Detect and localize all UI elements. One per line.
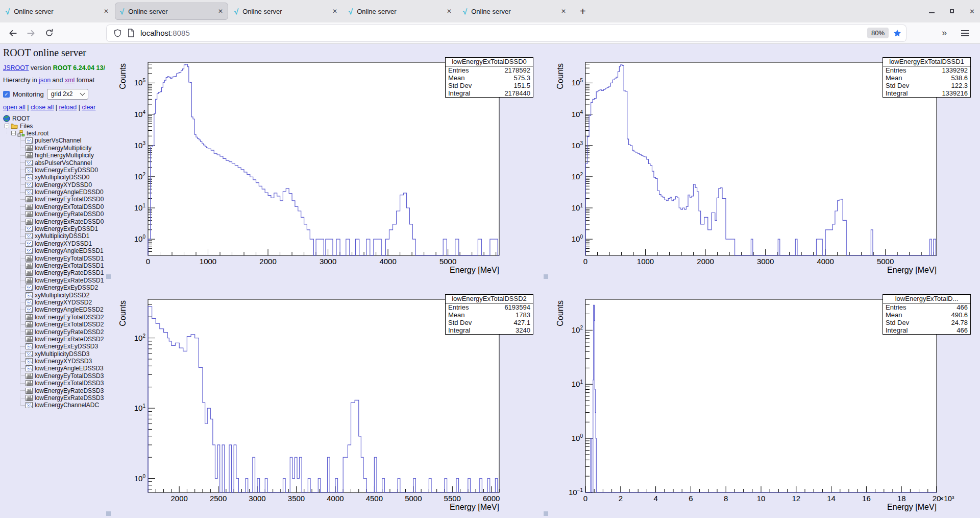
tab-close-icon[interactable]: ✕ — [332, 8, 337, 15]
tab-title: Online server — [128, 8, 215, 15]
tree-item-root[interactable]: ROOT — [3, 115, 105, 122]
tree-item[interactable]: lowEnergyExEyDSSD2 — [3, 284, 105, 291]
canvas-pad[interactable]: 1001011022000250030003500400045005000550… — [105, 281, 542, 518]
tree-item[interactable]: lowEnergyXYDSSD0 — [3, 181, 105, 189]
tree-item[interactable]: xyMultiplicityDSSD2 — [3, 291, 105, 298]
monitoring-checkbox[interactable]: ✓ — [3, 91, 10, 98]
overflow-menu-icon[interactable]: » — [942, 28, 947, 38]
tree-item[interactable]: absPulserVsChannel — [3, 159, 105, 166]
canvas-pad[interactable]: 10−110010110202468101214161820Energy [Me… — [542, 281, 980, 518]
zoom-level-badge[interactable]: 80% — [867, 28, 889, 38]
clear-link[interactable]: clear — [82, 104, 95, 111]
canvas-pad[interactable]: 100101102103104105010002000300040005000E… — [542, 44, 980, 281]
stats-box[interactable]: lowEnergyExTotalD...Entries466Mean490.6S… — [883, 294, 971, 335]
jsroot-link[interactable]: JSROOT — [3, 64, 29, 72]
tree-item[interactable]: xyMultiplicityDSSD0 — [3, 174, 105, 181]
pad-resize-handle[interactable] — [106, 511, 111, 516]
tree-item[interactable]: highEnergyMultiplicity — [3, 152, 105, 159]
tree-item[interactable]: lowEnergyEyRateDSSD2 — [3, 328, 105, 335]
tree-item[interactable]: lowEnergyMultiplicity — [3, 145, 105, 152]
tree-item[interactable]: lowEnergyEyRateDSSD0 — [3, 210, 105, 218]
xml-link[interactable]: xml — [65, 77, 75, 84]
browser-tab[interactable]: √Online server✕ — [229, 3, 342, 20]
pad-resize-handle[interactable] — [544, 274, 548, 279]
tree-item[interactable]: lowEnergyAngleEDSSD0 — [3, 189, 105, 196]
open-all-link[interactable]: open all — [3, 104, 26, 111]
tree-item[interactable]: lowEnergyXYDSSD3 — [3, 358, 105, 365]
tree-item[interactable]: xyMultiplicityDSSD3 — [3, 350, 105, 358]
tab-close-icon[interactable]: ✕ — [561, 8, 566, 15]
tree-item[interactable]: lowEnergyEyRateDSSD3 — [3, 387, 105, 394]
browser-tab[interactable]: √Online server✕ — [115, 3, 228, 20]
tree-item[interactable]: lowEnergyAngleEDSSD3 — [3, 365, 105, 372]
tree-item-files[interactable]: Files — [3, 122, 105, 129]
tree-item[interactable]: xyMultiplicityDSSD1 — [3, 232, 105, 240]
window-minimize-icon[interactable] — [929, 12, 935, 13]
tab-close-icon[interactable]: ✕ — [218, 8, 223, 15]
stats-box[interactable]: lowEnergyExTotalDSSD0Entries2178592Mean5… — [445, 57, 533, 98]
close-all-link[interactable]: close all — [31, 104, 54, 111]
browser-tab[interactable]: √Online server✕ — [458, 3, 571, 20]
window-maximize-icon[interactable] — [950, 9, 954, 13]
collapse-expander-icon[interactable] — [11, 131, 16, 135]
tree-item[interactable]: lowEnergyEyTotalDSSD3 — [3, 372, 105, 380]
tree-item[interactable]: lowEnergyChannelADC — [3, 402, 105, 409]
pad-resize-handle[interactable] — [106, 274, 111, 279]
tree-item[interactable]: lowEnergyExRateDSSD2 — [3, 336, 105, 343]
tree-item[interactable]: lowEnergyAngleEDSSD1 — [3, 247, 105, 254]
stats-row: Integral1339216 — [883, 89, 970, 97]
histogram-2d-icon — [26, 137, 33, 144]
tree-item[interactable]: pulserVsChannel — [3, 137, 105, 144]
tab-title: Online server — [471, 8, 558, 15]
json-link[interactable]: json — [39, 77, 51, 84]
new-tab-button[interactable]: + — [580, 6, 586, 16]
pad-resize-handle[interactable] — [544, 511, 548, 516]
tree-item[interactable]: lowEnergyExTotalDSSD1 — [3, 262, 105, 269]
tree-item[interactable]: lowEnergyEyRateDSSD1 — [3, 269, 105, 276]
tree-item[interactable]: lowEnergyExRateDSSD3 — [3, 394, 105, 402]
browser-tab[interactable]: √Online server✕ — [1, 3, 114, 20]
tab-close-icon[interactable]: ✕ — [447, 8, 452, 15]
tree-item[interactable]: lowEnergyExTotalDSSD0 — [3, 203, 105, 210]
tree-item[interactable]: lowEnergyExTotalDSSD2 — [3, 321, 105, 328]
tree-item[interactable]: lowEnergyEyTotalDSSD0 — [3, 196, 105, 203]
stat-value: 1339216 — [942, 89, 968, 97]
tree-item[interactable]: lowEnergyExRateDSSD1 — [3, 277, 105, 284]
stat-label: Mean — [448, 74, 465, 82]
tree-label: lowEnergyEyRateDSSD1 — [35, 270, 104, 276]
tree-item[interactable]: lowEnergyExTotalDSSD3 — [3, 380, 105, 387]
tree-item[interactable]: lowEnergyExRateDSSD0 — [3, 218, 105, 225]
tree-item[interactable]: lowEnergyAngleEDSSD2 — [3, 306, 105, 313]
collapse-expander-icon[interactable] — [5, 124, 9, 128]
tree-item[interactable]: lowEnergyEyTotalDSSD1 — [3, 254, 105, 262]
tree-label: test.root — [27, 130, 48, 136]
app-menu-icon[interactable] — [961, 30, 969, 36]
url-text[interactable]: localhost:8085 — [140, 29, 190, 37]
reload-link[interactable]: reload — [59, 104, 77, 111]
tree-item-test-root[interactable]: test.root — [3, 130, 105, 137]
tree-connector — [20, 354, 24, 354]
tab-close-icon[interactable]: ✕ — [104, 8, 109, 15]
back-icon[interactable] — [8, 29, 17, 38]
stats-box[interactable]: lowEnergyExTotalDSSD2Entries6193594Mean1… — [445, 294, 533, 335]
tree-item[interactable]: lowEnergyExEyDSSD0 — [3, 167, 105, 174]
window-close-icon[interactable]: ✕ — [969, 8, 975, 15]
tree-item[interactable]: lowEnergyExEyDSSD1 — [3, 225, 105, 232]
x-tick-label: 2000 — [697, 257, 714, 266]
reload-icon[interactable] — [45, 29, 54, 37]
tree-connector — [20, 155, 24, 156]
tree-item[interactable]: lowEnergyXYDSSD1 — [3, 240, 105, 247]
stats-box[interactable]: lowEnergyExTotalDSSD1Entries1339292Mean5… — [883, 57, 971, 98]
browser-tab[interactable]: √Online server✕ — [344, 3, 457, 20]
bookmark-star-icon[interactable] — [893, 29, 902, 38]
grid-layout-select[interactable]: grid 2x2 — [47, 89, 89, 100]
page-info-icon[interactable] — [127, 29, 135, 37]
tree-label: lowEnergyXYDSSD3 — [35, 358, 92, 364]
tree-item[interactable]: lowEnergyXYDSSD2 — [3, 299, 105, 306]
forward-icon[interactable] — [27, 29, 36, 38]
url-bar[interactable]: localhost:8085 80% — [107, 25, 906, 41]
shield-icon[interactable] — [113, 29, 122, 38]
tree-item[interactable]: lowEnergyExEyDSSD3 — [3, 343, 105, 350]
tree-item[interactable]: lowEnergyEyTotalDSSD2 — [3, 314, 105, 321]
canvas-pad[interactable]: 100101102103104105010002000300040005000E… — [105, 44, 542, 281]
